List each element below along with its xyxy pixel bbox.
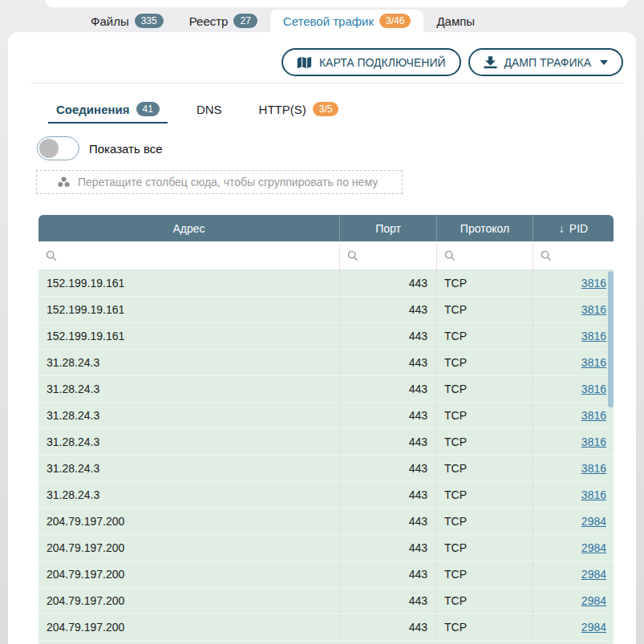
cell-port: 443 [340,270,437,296]
column-header-protocol[interactable]: Протокол [437,215,533,241]
table-row[interactable]: 204.79.197.200443TCP2984 [38,588,614,614]
cell-pid: 3816 [533,350,614,375]
pid-link[interactable]: 3816 [581,330,606,342]
pid-link[interactable]: 3816 [581,435,606,448]
table-row[interactable]: 31.28.24.3443TCP3816 [38,456,614,482]
table-row[interactable]: 152.199.19.161443TCP3816 [38,297,614,323]
cell-pid: 3816 [533,376,614,402]
subtab-dns[interactable]: DNS [188,96,230,124]
table-scrollbar[interactable] [608,271,614,407]
show-all-toggle[interactable] [37,136,79,160]
cell-port: 443 [340,508,437,534]
map-icon [297,56,312,69]
cell-pid: 2984 [533,535,614,561]
toolbar: КАРТА ПОДКЛЮЧЕНИЙ ДАМП ТРАФИКА [281,48,623,76]
filter-input-port[interactable] [340,241,437,270]
cell-port: 443 [340,535,437,561]
cell-protocol: TCP [437,614,533,640]
cell-port: 443 [340,456,437,481]
sort-desc-icon: ↓ [559,222,565,235]
table-row[interactable]: 204.79.197.200443TCP2984 [38,614,614,641]
cell-pid: 2984 [533,508,614,534]
table-row[interactable]: 31.28.24.3443TCP3816 [38,350,614,376]
table-filter-row [38,241,614,270]
pid-link[interactable]: 2984 [581,594,606,607]
chevron-down-icon [600,60,608,65]
traffic-dump-button[interactable]: ДАМП ТРАФИКА [468,48,623,76]
connection-map-label: КАРТА ПОДКЛЮЧЕНИЙ [319,56,446,69]
column-label: PID [569,222,588,235]
pid-link[interactable]: 2984 [581,568,606,581]
pid-link[interactable]: 3816 [581,462,606,475]
cell-address: 31.28.24.3 [38,350,340,375]
table-row[interactable]: 204.79.197.200443TCP2984 [38,535,614,561]
tab-label: Файлы [91,14,129,28]
cell-address: 204.79.197.200 [38,614,340,640]
table-header-row: АдресПортПротокол↓PID [38,215,614,241]
cell-address: 31.28.24.3 [38,482,340,508]
cell-pid: 2984 [533,588,614,614]
subtab-connections[interactable]: Соединения41 [48,96,168,124]
table-row[interactable]: 31.28.24.3443TCP3816 [38,429,614,456]
table-row[interactable]: 152.199.19.161443TCP3816 [38,270,614,297]
cell-protocol: TCP [437,588,533,614]
column-header-pid[interactable]: ↓PID [533,215,614,241]
table-row[interactable]: 31.28.24.3443TCP3816 [38,482,614,508]
pid-link[interactable]: 2984 [581,541,606,554]
table-row[interactable]: 31.28.24.3443TCP3816 [38,376,614,403]
pid-link[interactable]: 2984 [581,621,606,634]
tab-files[interactable]: Файлы335 [78,10,176,32]
search-icon [46,250,57,261]
search-icon [444,250,456,261]
group-by-drop-zone[interactable]: Перетащите столбец сюда, чтобы сгруппиро… [36,170,403,194]
column-header-address[interactable]: Адрес [38,215,340,241]
show-all-label: Показать все [89,142,163,156]
filter-input-protocol[interactable] [437,241,533,270]
cell-pid: 2984 [533,614,614,640]
pid-link[interactable]: 3816 [581,409,606,422]
network-traffic-panel: КАРТА ПОДКЛЮЧЕНИЙ ДАМП ТРАФИКА Соединени… [8,32,636,644]
column-header-port[interactable]: Порт [340,215,437,241]
pid-link[interactable]: 3816 [581,383,606,395]
column-label: Адрес [172,222,205,235]
search-icon [541,250,552,261]
cell-protocol: TCP [437,323,533,349]
pid-link[interactable]: 3816 [581,277,606,290]
tab-dumps[interactable]: Дампы [423,10,488,32]
subtab-label: Соединения [56,103,130,116]
download-icon [484,56,497,69]
pid-link[interactable]: 3816 [581,356,606,369]
table-row[interactable]: 204.79.197.200443TCP2984 [38,561,614,588]
tab-registry[interactable]: Реестр27 [176,10,270,32]
toolbar-divider [30,83,624,83]
table-row[interactable]: 204.79.197.200443TCP2984 [38,508,614,535]
cell-pid: 3816 [533,270,614,296]
cell-protocol: TCP [437,403,533,428]
filter-input-pid[interactable] [533,241,614,270]
sub-tab-bar: Соединения41DNSHTTP(S)3/5 [48,96,346,124]
pid-link[interactable]: 3816 [581,303,606,316]
table-row[interactable]: 152.199.19.161443TCP3816 [38,323,614,350]
tab-label: Реестр [189,14,229,28]
pid-link[interactable]: 3816 [581,488,606,501]
cell-port: 443 [340,350,437,375]
pid-link[interactable]: 2984 [581,515,606,528]
group-hint-text: Перетащите столбец сюда, чтобы сгруппиро… [78,176,378,188]
cell-address: 31.28.24.3 [38,376,340,402]
cell-port: 443 [340,482,437,508]
count-badge: 3/5 [313,102,339,116]
count-badge: 41 [136,102,160,116]
cell-address: 152.199.19.161 [38,323,340,349]
table-row[interactable]: 31.28.24.3443TCP3816 [38,403,614,429]
group-icon [58,176,70,188]
cell-address: 204.79.197.200 [38,508,340,534]
main-tab-bar: Файлы335Реестр27Сетевой трафик3/46Дампы [0,10,644,32]
tab-network[interactable]: Сетевой трафик3/46 [270,10,424,32]
filter-input-address[interactable] [38,241,340,270]
cell-address: 31.28.24.3 [38,456,340,481]
subtab-https[interactable]: HTTP(S)3/5 [251,96,347,124]
connection-map-button[interactable]: КАРТА ПОДКЛЮЧЕНИЙ [281,48,461,76]
cell-protocol: TCP [437,456,533,481]
cell-protocol: TCP [437,270,533,296]
cell-port: 443 [340,588,437,614]
